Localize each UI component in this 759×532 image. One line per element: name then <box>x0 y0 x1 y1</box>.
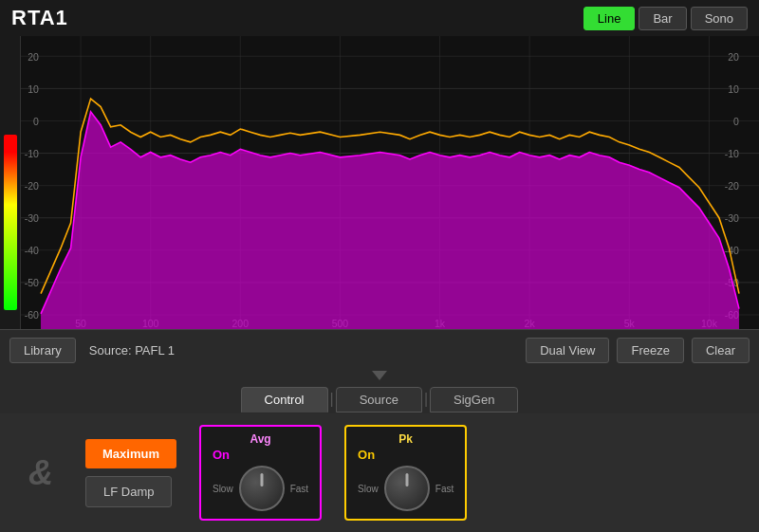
svg-text:0: 0 <box>33 116 39 127</box>
app-container: RTA1 Line Bar Sono <box>0 0 759 532</box>
svg-text:10: 10 <box>28 83 39 95</box>
pk-slow-label: Slow <box>358 484 379 494</box>
svg-text:10: 10 <box>728 83 739 95</box>
pk-title: Pk <box>398 432 413 446</box>
svg-text:0: 0 <box>733 116 739 127</box>
dual-view-button[interactable]: Dual View <box>526 338 609 363</box>
pk-knob[interactable] <box>384 466 430 511</box>
tab-siggen[interactable]: SigGen <box>430 387 518 413</box>
avg-fast-label: Fast <box>290 484 308 494</box>
app-title: RTA1 <box>11 6 68 30</box>
library-button[interactable]: Library <box>9 338 76 363</box>
tab-control[interactable]: Control <box>241 387 328 413</box>
svg-text:-60: -60 <box>25 309 39 321</box>
pk-fast-label: Fast <box>435 484 454 494</box>
svg-text:-20: -20 <box>725 180 739 192</box>
brand-logo: & <box>19 453 63 493</box>
avg-knob[interactable] <box>239 466 285 511</box>
svg-text:-10: -10 <box>725 148 739 159</box>
svg-text:-30: -30 <box>725 212 739 224</box>
avg-slow-label: Slow <box>213 484 233 494</box>
arrow-down-icon <box>372 371 387 380</box>
svg-text:-20: -20 <box>25 180 39 192</box>
header: RTA1 Line Bar Sono <box>0 0 759 36</box>
svg-text:-40: -40 <box>25 245 39 256</box>
svg-text:20: 20 <box>28 50 39 62</box>
view-buttons: Line Bar Sono <box>583 7 748 30</box>
level-meter <box>0 36 21 329</box>
view-btn-sono[interactable]: Sono <box>691 7 748 30</box>
avg-title: Avg <box>250 432 270 446</box>
clear-button[interactable]: Clear <box>692 338 750 363</box>
spectrum-area: 20 10 0 -10 -20 -30 -40 -50 -60 20 10 0 … <box>0 36 759 329</box>
tab-sep-1: | <box>328 391 336 408</box>
chart-container: 20 10 0 -10 -20 -30 -40 -50 -60 20 10 0 … <box>21 36 759 329</box>
maximum-button[interactable]: Maximum <box>85 439 176 468</box>
svg-text:20: 20 <box>728 50 739 62</box>
spectrum-chart: 20 10 0 -10 -20 -30 -40 -50 -60 20 10 0 … <box>21 36 759 329</box>
source-label: Source: PAFL 1 <box>83 343 300 358</box>
meter-bar <box>4 135 17 310</box>
arrow-indicator <box>0 371 759 382</box>
view-btn-bar[interactable]: Bar <box>639 7 686 30</box>
avg-knob-row: Slow Fast <box>213 466 308 511</box>
brand-symbol: & <box>28 453 53 493</box>
svg-text:-10: -10 <box>25 148 39 159</box>
lfdamp-button[interactable]: LF Damp <box>85 476 172 507</box>
pk-on-label: On <box>358 448 375 462</box>
tabs-bar: Control | Source | SigGen <box>0 381 759 413</box>
svg-text:-50: -50 <box>25 277 39 288</box>
pk-knob-row: Slow Fast <box>358 466 454 511</box>
tab-sep-2: | <box>422 391 430 408</box>
avg-on-label: On <box>213 448 230 462</box>
toolbar: Library Source: PAFL 1 Dual View Freeze … <box>0 329 759 371</box>
controls-panel: & Maximum LF Damp Avg On Slow Fast Pk On… <box>0 413 759 532</box>
pk-panel: Pk On Slow Fast <box>344 425 467 521</box>
svg-text:-40: -40 <box>725 245 739 256</box>
left-controls: Maximum LF Damp <box>85 439 176 507</box>
svg-text:-30: -30 <box>25 212 39 224</box>
tab-source[interactable]: Source <box>336 387 422 413</box>
freeze-button[interactable]: Freeze <box>617 338 683 363</box>
avg-panel: Avg On Slow Fast <box>199 425 322 521</box>
view-btn-line[interactable]: Line <box>583 7 636 30</box>
